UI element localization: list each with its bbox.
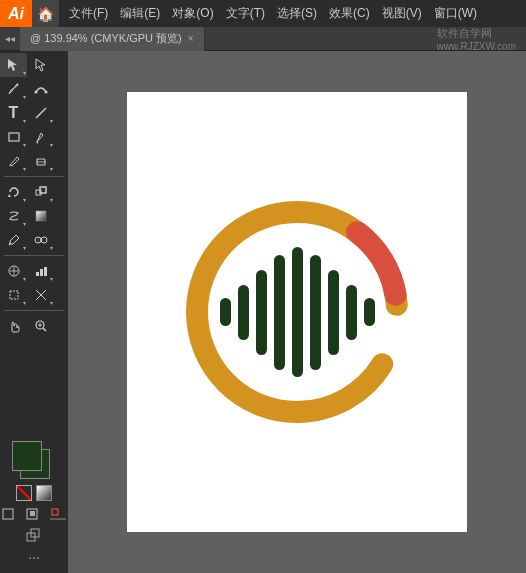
gradient-color-button[interactable] bbox=[36, 485, 52, 501]
symbol-tool[interactable]: ▾ bbox=[0, 259, 27, 283]
bar-7 bbox=[328, 270, 339, 355]
tool-row-warp: ▾ bbox=[0, 204, 68, 228]
normal-mode-icon[interactable] bbox=[0, 505, 20, 523]
select-tool[interactable]: ▾ bbox=[0, 53, 27, 77]
svg-rect-31 bbox=[52, 509, 58, 515]
main-area: ▾ ▾ T ▾ ▾ bbox=[0, 51, 526, 573]
svg-marker-0 bbox=[8, 59, 17, 71]
tool-row-rotate: ▾ ▾ bbox=[0, 180, 68, 204]
svg-marker-1 bbox=[36, 59, 45, 71]
tool-row-shapes: ▾ ▾ bbox=[0, 125, 68, 149]
curvature-tool[interactable] bbox=[27, 77, 54, 101]
tab-label: @ 139.94% (CMYK/GPU 预览) bbox=[30, 31, 182, 46]
gradient-tool[interactable] bbox=[27, 204, 54, 228]
menu-window[interactable]: 窗口(W) bbox=[428, 0, 483, 27]
place-icon[interactable] bbox=[24, 527, 44, 545]
toolbar-divider-1 bbox=[4, 176, 64, 177]
menu-object[interactable]: 对象(O) bbox=[166, 0, 219, 27]
bar-9 bbox=[364, 298, 375, 326]
color-swatches bbox=[12, 441, 56, 481]
svg-marker-9 bbox=[8, 194, 11, 197]
menu-select[interactable]: 选择(S) bbox=[271, 0, 323, 27]
svg-line-5 bbox=[36, 108, 46, 118]
type-tool[interactable]: T ▾ bbox=[0, 101, 27, 125]
paintbrush-tool[interactable]: ▾ bbox=[27, 125, 54, 149]
svg-rect-6 bbox=[9, 133, 19, 141]
svg-rect-23 bbox=[10, 291, 18, 299]
pen-tool[interactable]: ▾ bbox=[0, 77, 27, 101]
bar-2 bbox=[238, 285, 249, 340]
svg-point-4 bbox=[44, 91, 47, 94]
blend-tool[interactable]: ▾ bbox=[27, 228, 54, 252]
tab-close-button[interactable]: × bbox=[188, 33, 194, 44]
toolbar-bottom-icons: ··· bbox=[0, 505, 68, 567]
tool-row-1: ▾ bbox=[0, 53, 68, 77]
scale-tool[interactable]: ▾ bbox=[27, 180, 54, 204]
tool-row-artboard: ▾ ▾ bbox=[0, 283, 68, 307]
svg-point-3 bbox=[34, 91, 37, 94]
menu-edit[interactable]: 编辑(E) bbox=[114, 0, 166, 27]
toolbar-extra-row bbox=[24, 527, 44, 545]
home-button[interactable]: 🏠 bbox=[32, 0, 59, 27]
watermark: 软件自学网 www.RJZXW.com bbox=[437, 26, 516, 52]
audio-bars bbox=[220, 247, 375, 377]
tool-row-eyedropper: ▾ ▾ bbox=[0, 228, 68, 252]
menu-file[interactable]: 文件(F) bbox=[63, 0, 114, 27]
canvas-area bbox=[68, 51, 526, 573]
color-row bbox=[16, 485, 52, 501]
toolbar-divider-2 bbox=[4, 255, 64, 256]
menu-type[interactable]: 文字(T) bbox=[220, 0, 271, 27]
svg-rect-22 bbox=[44, 267, 47, 276]
svg-rect-28 bbox=[3, 509, 13, 519]
tool-row-2: ▾ bbox=[0, 77, 68, 101]
graph-tool[interactable]: ▾ bbox=[27, 259, 54, 283]
toolbar-divider-3 bbox=[4, 310, 64, 311]
eyedropper-tool[interactable]: ▾ bbox=[0, 228, 27, 252]
app-logo: Ai bbox=[0, 0, 32, 27]
color-area bbox=[8, 437, 60, 505]
toolbar-mode-row bbox=[0, 505, 68, 523]
foreground-color-swatch[interactable] bbox=[12, 441, 42, 471]
none-color-button[interactable] bbox=[16, 485, 32, 501]
bar-4 bbox=[274, 255, 285, 370]
eraser-tool[interactable]: ▾ bbox=[27, 149, 54, 173]
toolbar: ▾ ▾ T ▾ ▾ bbox=[0, 51, 68, 573]
bar-3 bbox=[256, 270, 267, 355]
tab-bar: ◂◂ @ 139.94% (CMYK/GPU 预览) × 软件自学网 www.R… bbox=[0, 27, 526, 51]
document-tab[interactable]: @ 139.94% (CMYK/GPU 预览) × bbox=[20, 27, 205, 51]
more-tools-button[interactable]: ··· bbox=[28, 549, 40, 565]
menu-effect[interactable]: 效果(C) bbox=[323, 0, 376, 27]
tool-row-type: T ▾ ▾ bbox=[0, 101, 68, 125]
bar-8 bbox=[346, 285, 357, 340]
hand-tool[interactable] bbox=[0, 314, 27, 338]
svg-rect-12 bbox=[36, 211, 46, 221]
bar-6 bbox=[310, 255, 321, 370]
svg-rect-30 bbox=[30, 511, 35, 516]
zoom-tool[interactable] bbox=[27, 314, 54, 338]
bar-1 bbox=[220, 298, 231, 326]
menu-bar: Ai 🏠 文件(F) 编辑(E) 对象(O) 文字(T) 选择(S) 效果(C)… bbox=[0, 0, 526, 27]
svg-point-2 bbox=[16, 84, 18, 86]
mask-mode-icon[interactable] bbox=[24, 505, 44, 523]
bar-5 bbox=[292, 247, 303, 377]
rect-tool[interactable]: ▾ bbox=[0, 125, 27, 149]
artboard-tool[interactable]: ▾ bbox=[0, 283, 27, 307]
tool-row-pencil: ▾ ▾ bbox=[0, 149, 68, 173]
isolation-mode-icon[interactable] bbox=[48, 505, 68, 523]
svg-rect-20 bbox=[36, 272, 39, 276]
tab-scroll-left[interactable]: ◂◂ bbox=[0, 27, 20, 51]
slice-tool[interactable]: ▾ bbox=[27, 283, 54, 307]
menu-items: 文件(F) 编辑(E) 对象(O) 文字(T) 选择(S) 效果(C) 视图(V… bbox=[59, 0, 487, 27]
menu-view[interactable]: 视图(V) bbox=[376, 0, 428, 27]
logo-artwork bbox=[177, 192, 417, 432]
pencil-tool[interactable]: ▾ bbox=[0, 149, 27, 173]
line-tool[interactable]: ▾ bbox=[27, 101, 54, 125]
tool-row-symbol: ▾ ▾ bbox=[0, 259, 68, 283]
svg-rect-21 bbox=[40, 269, 43, 276]
direct-select-tool[interactable] bbox=[27, 53, 54, 77]
svg-line-13 bbox=[9, 243, 11, 245]
artboard bbox=[127, 92, 467, 532]
rotate-tool[interactable]: ▾ bbox=[0, 180, 27, 204]
svg-line-25 bbox=[43, 328, 46, 331]
warp-tool[interactable]: ▾ bbox=[0, 204, 27, 228]
